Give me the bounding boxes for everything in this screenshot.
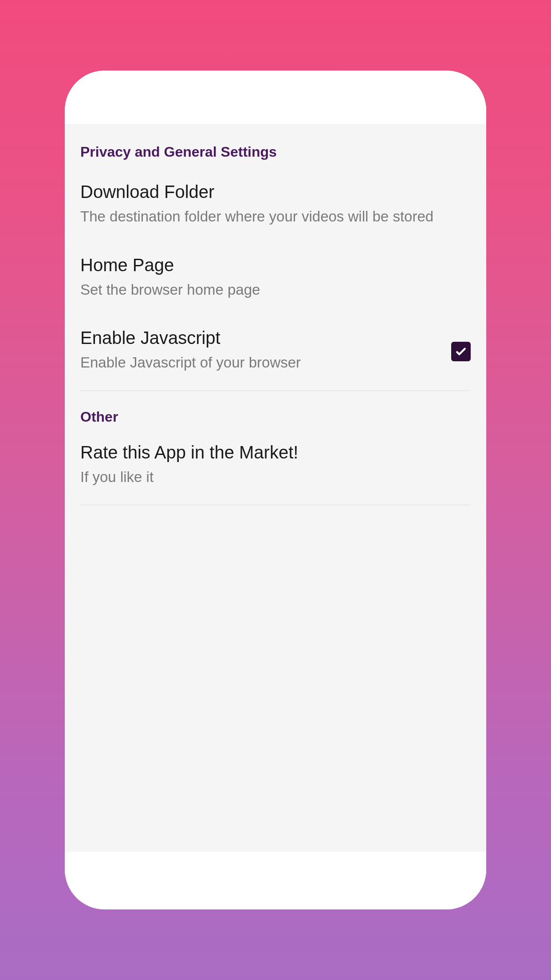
phone-top-bezel [65, 71, 486, 124]
setting-row: Enable Javascript Enable Javascript of y… [80, 326, 471, 373]
setting-rate-app[interactable]: Rate this App in the Market! If you like… [80, 430, 471, 506]
setting-subtitle: If you like it [80, 467, 471, 487]
setting-title: Home Page [80, 253, 471, 277]
setting-download-folder[interactable]: Download Folder The destination folder w… [80, 169, 471, 242]
setting-enable-javascript[interactable]: Enable Javascript Enable Javascript of y… [80, 315, 471, 391]
setting-text-container: Enable Javascript Enable Javascript of y… [80, 326, 451, 373]
setting-home-page[interactable]: Home Page Set the browser home page [80, 242, 471, 316]
setting-subtitle: Set the browser home page [80, 280, 471, 300]
section-header-other: Other [80, 391, 471, 430]
setting-title: Download Folder [80, 180, 471, 203]
settings-screen: Privacy and General Settings Download Fo… [65, 124, 486, 852]
setting-subtitle: The destination folder where your videos… [80, 207, 471, 227]
checkbox-enable-javascript[interactable] [451, 342, 471, 361]
setting-subtitle: Enable Javascript of your browser [80, 353, 438, 373]
checkmark-icon [454, 345, 468, 358]
phone-bottom-bezel [65, 852, 486, 909]
settings-content: Privacy and General Settings Download Fo… [65, 124, 486, 518]
setting-title: Enable Javascript [80, 326, 438, 349]
section-header-privacy: Privacy and General Settings [80, 137, 471, 169]
setting-title: Rate this App in the Market! [80, 441, 471, 464]
phone-frame: Privacy and General Settings Download Fo… [65, 71, 486, 909]
